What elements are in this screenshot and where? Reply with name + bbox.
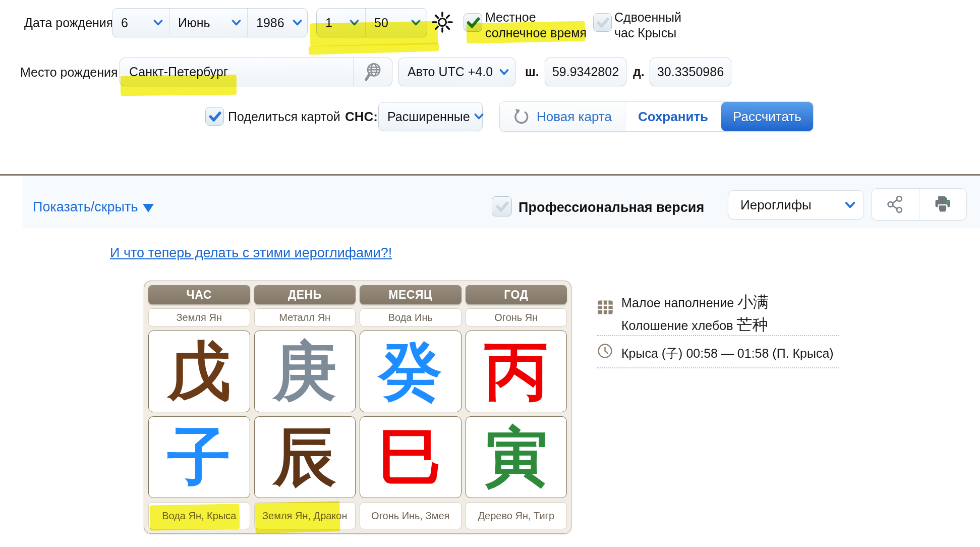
undo-icon	[513, 108, 530, 125]
chevron-down-icon	[499, 69, 509, 75]
calculate-button[interactable]: Рассчитать	[721, 102, 813, 131]
new-chart-button[interactable]: Новая карта	[500, 102, 625, 131]
chevron-down-icon	[350, 20, 359, 26]
latitude-input[interactable]: 59.9342802	[545, 58, 626, 86]
pillar-title: ГОД	[466, 285, 567, 304]
branch-cell[interactable]: 巳	[360, 416, 462, 498]
day-select[interactable]: 6	[112, 9, 169, 37]
double-rat-hour-checkbox[interactable]	[593, 13, 612, 32]
chevron-down-icon	[411, 20, 421, 26]
pillar-element-label: Земля Ян	[148, 308, 250, 326]
pillar-element-label: Огонь Ян	[466, 308, 567, 326]
pillar-title: ЧАС	[148, 285, 250, 304]
local-solar-time-label: Местное солнечное время	[485, 10, 587, 41]
pillar-column-month: МЕСЯЦ Вода Инь 癸 巳 Огонь Инь, Змея	[360, 285, 462, 529]
pillar-title: МЕСЯЦ	[360, 285, 462, 304]
longitude-label: д.	[633, 65, 645, 79]
pillar-animal-label: Дерево Ян, Тигр	[466, 502, 567, 529]
latitude-label: ш.	[525, 65, 539, 79]
show-hide-toggle[interactable]: Показать/скрыть	[33, 199, 154, 215]
share-button[interactable]	[872, 189, 919, 220]
pillar-column-year: ГОД Огонь Ян 丙 寅 Дерево Ян, Тигр	[466, 285, 567, 529]
pillars-table: ЧАС Земля Ян 戊 子 Вода Ян, Крыса ДЕНЬ Мет…	[144, 281, 571, 534]
globe-search-icon	[362, 62, 383, 83]
chevron-down-icon	[293, 20, 302, 26]
year-value: 1986	[256, 16, 284, 30]
double-rat-hour-label: Сдвоенный час Крысы	[614, 10, 681, 41]
pillar-animal-label: Земля Ян, Дракон	[254, 502, 356, 529]
local-solar-time-checkbox[interactable]	[464, 13, 482, 32]
hour-value: 1	[325, 16, 332, 30]
branch-cell[interactable]: 寅	[466, 416, 567, 498]
share-map-label: Поделиться картой	[228, 110, 340, 124]
solar-term-glyphs: 小满	[737, 293, 769, 311]
stem-cell[interactable]: 癸	[360, 331, 462, 412]
stem-character: 癸	[379, 340, 442, 403]
share-print-group	[871, 188, 967, 221]
stem-character: 戊	[167, 340, 231, 403]
pillar-animal-label: Огонь Инь, Змея	[360, 502, 462, 529]
branch-character: 辰	[273, 425, 336, 489]
place-search-button[interactable]	[353, 58, 392, 86]
stem-cell[interactable]: 戊	[148, 331, 250, 412]
branch-character: 子	[167, 425, 231, 489]
pro-version-label: Профессиональная версия	[518, 200, 704, 215]
stem-cell[interactable]: 庚	[254, 331, 356, 412]
solar-term-next: Колошение хлебов 芒种	[621, 314, 768, 336]
stem-character: 丙	[484, 340, 548, 403]
pillar-animal-label: Вода Ян, Крыса	[148, 502, 250, 529]
bazi-calculator-page: Дата рождения 6 Июнь 1986 1 50	[0, 0, 980, 547]
chevron-down-icon	[845, 202, 855, 208]
longitude-input[interactable]: 30.3350986	[650, 58, 731, 86]
minute-select[interactable]: 50	[366, 9, 427, 37]
branch-cell[interactable]: 子	[148, 416, 250, 498]
check-icon	[466, 16, 480, 30]
pillar-column-hour: ЧАС Земля Ян 戊 子 Вода Ян, Крыса	[148, 285, 250, 529]
solar-term-glyphs: 芒种	[736, 316, 768, 334]
glyph-mode-select[interactable]: Иероглифы	[728, 190, 864, 220]
year-select[interactable]: 1986	[248, 9, 307, 37]
share-icon	[886, 195, 905, 214]
branch-character: 寅	[484, 425, 548, 489]
stem-cell[interactable]: 丙	[466, 331, 567, 412]
share-map-checkbox[interactable]	[205, 107, 224, 126]
dotted-divider	[597, 335, 839, 336]
pillar-element-label: Вода Инь	[360, 308, 462, 326]
chevron-down-icon	[474, 114, 484, 120]
utc-select[interactable]: Авто UTC +4.0	[399, 58, 515, 86]
cns-select-wrap: Расширенные	[378, 102, 483, 131]
minute-value: 50	[374, 16, 388, 30]
solar-term-current: Малое наполнение 小满	[621, 292, 769, 313]
check-icon	[495, 200, 509, 213]
calendar-icon	[597, 299, 614, 316]
month-select[interactable]: Июнь	[169, 9, 248, 37]
utc-select-wrap: Авто UTC +4.0	[398, 58, 515, 86]
branch-character: 巳	[379, 425, 442, 489]
hour-select[interactable]: 1	[317, 9, 366, 37]
chevron-down-icon	[232, 20, 241, 26]
stem-character: 庚	[273, 340, 336, 403]
chevron-down-icon	[153, 20, 163, 26]
month-value: Июнь	[178, 16, 210, 30]
pillar-column-day: ДЕНЬ Металл Ян 庚 辰 Земля Ян, Дракон	[254, 285, 356, 529]
cns-select[interactable]: Расширенные	[379, 102, 490, 131]
check-icon	[208, 110, 221, 123]
pro-version-checkbox[interactable]	[492, 196, 512, 216]
glyphs-hint-link[interactable]: И что теперь делать с этими иероглифами?…	[110, 245, 392, 261]
sun-icon[interactable]	[431, 11, 453, 33]
pillar-title: ДЕНЬ	[254, 285, 356, 304]
birth-place-field: Санкт-Петербург	[120, 58, 392, 86]
day-value: 6	[121, 16, 128, 30]
birth-place-input[interactable]: Санкт-Петербург	[120, 65, 353, 79]
cns-value: Расширенные	[387, 110, 470, 124]
print-icon	[933, 194, 953, 214]
birth-time-select-group: 1 50	[316, 8, 427, 37]
clock-icon	[597, 343, 613, 359]
cns-label: СНС:	[345, 109, 378, 125]
triangle-down-icon	[143, 204, 154, 212]
dotted-divider	[597, 367, 839, 368]
branch-cell[interactable]: 辰	[254, 416, 356, 498]
print-button[interactable]	[919, 189, 967, 220]
check-icon	[596, 16, 609, 29]
save-button[interactable]: Сохранить	[625, 102, 721, 131]
